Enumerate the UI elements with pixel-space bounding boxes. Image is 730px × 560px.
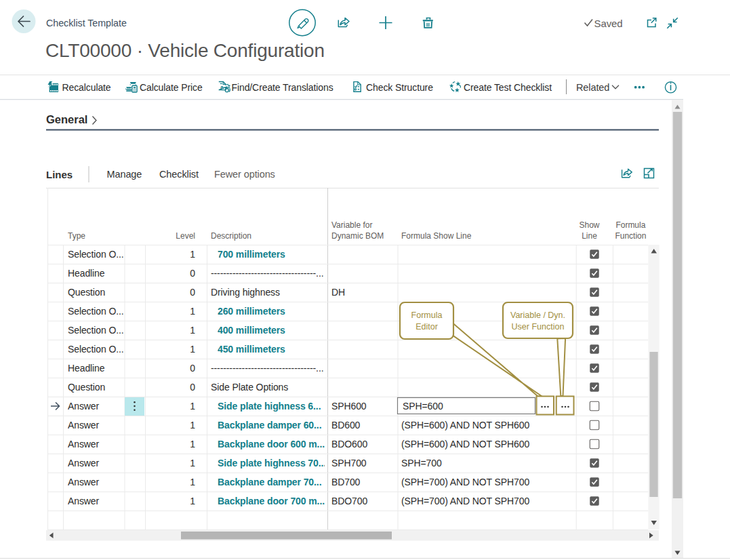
svg-text:a: a [220,84,224,90]
